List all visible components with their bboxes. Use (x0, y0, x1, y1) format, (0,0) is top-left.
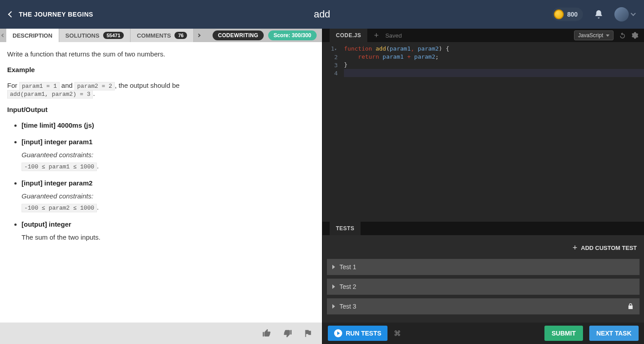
period: . (93, 90, 95, 97)
constraints-label1: Guaranteed constraints: (22, 151, 315, 159)
user-menu[interactable] (614, 7, 635, 22)
editor-gutter: 1▾ 2 3 4 (322, 42, 341, 222)
tab-comments[interactable]: COMMENTS 76 (131, 29, 194, 42)
thumbs-down-icon[interactable] (283, 328, 292, 338)
tab-scroll-left[interactable] (0, 29, 6, 42)
coin-icon (554, 9, 564, 19)
chevron-left-icon (1, 34, 5, 37)
language-label: JavaScript (578, 32, 603, 39)
output: [output] integer (22, 220, 71, 228)
flag-icon[interactable] (303, 328, 313, 338)
constraints-code1: -100 ≤ param1 ≤ 1000 (22, 163, 97, 171)
next-task-button[interactable]: NEXT TASK (589, 326, 639, 341)
left-panel: DESCRIPTION SOLUTIONS 55471 COMMENTS 76 … (0, 29, 322, 344)
tests-panel: + ADD CUSTOM TEST Test 1 Test 2 Test 3 (322, 235, 644, 322)
caret-right-icon (332, 265, 335, 269)
thumbs-up-icon[interactable] (262, 328, 272, 338)
io-heading: Input/Output (7, 106, 48, 113)
input1: [input] integer param1 (22, 138, 92, 146)
add-file-button[interactable]: + (372, 31, 381, 40)
language-select[interactable]: JavaScript (574, 30, 614, 40)
coin-balance[interactable]: 800 (552, 8, 583, 21)
play-icon (334, 329, 342, 337)
lock-icon (627, 303, 634, 310)
chevron-left-icon (8, 11, 14, 17)
time-limit: [time limit] 4000ms (js) (22, 121, 94, 129)
tab-comments-label: COMMENTS (137, 32, 171, 39)
code-token: param2 (418, 45, 439, 52)
chevron-right-icon (197, 34, 200, 37)
tab-description[interactable]: DESCRIPTION (6, 29, 59, 42)
code-token: param1 (383, 53, 404, 60)
test-row-1[interactable]: Test 1 (327, 259, 640, 275)
bell-icon (594, 9, 604, 19)
tab-description-label: DESCRIPTION (13, 32, 52, 39)
tab-solutions[interactable]: SOLUTIONS 55471 (59, 29, 131, 42)
example-and: and (60, 82, 74, 89)
comments-count-badge: 76 (174, 32, 187, 39)
test-row-2[interactable]: Test 2 (327, 279, 640, 295)
submit-button[interactable]: SUBMIT (544, 326, 583, 341)
constraints-code2: -100 ≤ param2 ≤ 1000 (22, 204, 97, 212)
avatar (614, 7, 629, 22)
tabbar-right-pills: CODEWRITING Score: 300/300 (213, 29, 322, 42)
test-row-3[interactable]: Test 3 (327, 298, 640, 314)
code-token: return (358, 53, 379, 60)
reset-icon[interactable] (619, 32, 626, 39)
plus-icon: + (573, 243, 578, 253)
code-token: add (375, 45, 386, 52)
test-label: Test 2 (339, 283, 356, 290)
test-label: Test 3 (339, 303, 356, 310)
bottom-bar: RUN TESTS ⌘ SUBMIT NEXT TASK (322, 322, 644, 344)
intro-text: Write a function that returns the sum of… (7, 50, 315, 58)
code-editor[interactable]: 1▾ 2 3 4 function add(param1, param2) { … (322, 42, 644, 222)
codewriting-pill: CODEWRITING (213, 30, 264, 40)
top-bar: THE JOURNEY BEGINS add 800 (0, 0, 644, 29)
test-label: Test 1 (339, 263, 356, 271)
caret-right-icon (332, 284, 335, 289)
add-custom-label: ADD CUSTOM TEST (581, 245, 637, 251)
topbar-right: 800 (552, 7, 635, 22)
run-label: RUN TESTS (346, 330, 381, 337)
keyboard-shortcut-icon: ⌘ (394, 329, 401, 338)
example-result: add(param1, param2) = 3 (7, 90, 93, 99)
example-code1: param1 = 1 (19, 82, 60, 90)
code-token: function (344, 45, 372, 52)
constraints-label2: Guaranteed constraints: (22, 192, 315, 200)
journey-title: THE JOURNEY BEGINS (19, 11, 93, 18)
back-to-journey[interactable]: THE JOURNEY BEGINS (9, 11, 93, 18)
code-tabbar: CODE.JS + Saved JavaScript (322, 29, 644, 42)
code-token: param2 (414, 53, 435, 60)
left-tabbar: DESCRIPTION SOLUTIONS 55471 COMMENTS 76 … (0, 29, 322, 42)
chevron-down-icon (606, 34, 609, 37)
gear-icon[interactable] (631, 32, 639, 39)
right-panel: CODE.JS + Saved JavaScript 1▾ 2 3 4 func… (322, 29, 644, 344)
output-desc: The sum of the two inputs. (22, 233, 315, 241)
input2: [input] integer param2 (22, 179, 92, 187)
example-heading: Example (7, 66, 35, 73)
example-line: For param1 = 1 and param2 = 2, the outpu… (7, 82, 315, 98)
description-content: Write a function that returns the sum of… (0, 42, 322, 322)
notifications-button[interactable] (594, 9, 604, 19)
code-token: param1 (390, 45, 411, 52)
run-tests-button[interactable]: RUN TESTS (328, 326, 387, 341)
code-lines: function add(param1, param2) { return pa… (341, 42, 644, 222)
add-custom-test-button[interactable]: + ADD CUSTOM TEST (327, 243, 640, 253)
code-file-tab[interactable]: CODE.JS (330, 29, 367, 42)
tests-header: TESTS (322, 222, 644, 235)
saved-indicator: Saved (385, 32, 402, 39)
description-footer (0, 322, 322, 344)
tab-solutions-label: SOLUTIONS (65, 32, 100, 39)
caret-right-icon (332, 304, 335, 309)
coin-amount: 800 (567, 11, 578, 18)
task-title: add (314, 9, 331, 20)
example-suffix: , the output should be (115, 82, 179, 89)
solutions-count-badge: 55471 (103, 32, 124, 39)
chevron-down-icon (631, 11, 635, 16)
example-prefix: For (7, 82, 19, 89)
score-pill: Score: 300/300 (268, 30, 317, 40)
tab-scroll-right[interactable] (194, 29, 204, 42)
tests-tab[interactable]: TESTS (330, 222, 361, 235)
